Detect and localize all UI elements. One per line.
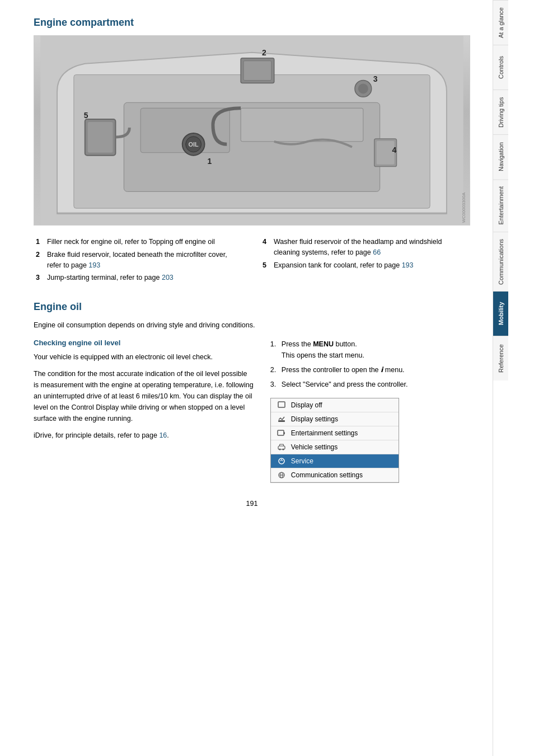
tab-navigation[interactable]: Navigation: [493, 134, 508, 179]
svg-rect-9: [243, 61, 271, 81]
part-num-3: 3: [34, 271, 45, 284]
svg-point-28: [282, 449, 284, 450]
menu-item-communication: Communication settings: [271, 468, 399, 482]
menu-screenshot: Display off Display settings: [270, 398, 399, 483]
service-icon: [277, 457, 287, 465]
svg-rect-22: [278, 402, 285, 407]
svg-point-27: [279, 449, 280, 450]
step-1-num: 1.: [270, 339, 276, 350]
part-num-4: 4: [260, 236, 271, 259]
part-item-4: 4 Washer fluid reservoir of the headlamp…: [260, 236, 470, 259]
menu-service-label: Service: [291, 457, 313, 465]
menu-item-service: Service: [271, 454, 399, 468]
link-193-expansion[interactable]: 193: [402, 261, 414, 269]
engine-oil-intro: Engine oil consumption depends on drivin…: [34, 320, 470, 331]
right-col: 1. Press the MENU button. This opens the…: [270, 339, 470, 483]
page-wrapper: Engine compartment: [0, 0, 534, 756]
engine-compartment-section: Engine compartment: [34, 17, 470, 284]
engine-compartment-title: Engine compartment: [34, 17, 470, 29]
link-193-brake[interactable]: 193: [88, 261, 100, 269]
menu-item-entertainment: Entertainment settings: [271, 426, 399, 440]
link-16-idrive[interactable]: 16: [159, 431, 167, 439]
svg-text:5: 5: [84, 111, 88, 120]
parts-col-right: 4 Washer fluid reservoir of the headlamp…: [260, 236, 470, 284]
step-1-sub: This opens the start menu.: [282, 351, 364, 359]
menu-communication-label: Communication settings: [291, 471, 363, 479]
tab-communications[interactable]: Communications: [493, 232, 508, 292]
parts-list: 1 Filler neck for engine oil, refer to T…: [34, 236, 470, 284]
part-num-5: 5: [260, 259, 271, 272]
link-203-jump[interactable]: 203: [162, 274, 174, 281]
part-item-3: 3 Jump-starting terminal, refer to page …: [34, 271, 243, 284]
svg-text:1: 1: [207, 157, 212, 166]
menu-display-settings-label: Display settings: [291, 415, 338, 423]
part-item-5: 5 Expansion tank for coolant, refer to p…: [260, 259, 470, 272]
svg-point-11: [358, 83, 368, 93]
link-66-washer[interactable]: 66: [373, 248, 381, 256]
step-1: 1. Press the MENU button. This opens the…: [270, 339, 470, 361]
part-desc-2: Brake fluid reservoir, located beneath t…: [45, 248, 243, 272]
menu-vehicle-label: Vehicle settings: [291, 443, 338, 451]
tab-mobility[interactable]: Mobility: [493, 291, 508, 336]
display-off-icon: [277, 401, 287, 409]
menu-entertainment-label: Entertainment settings: [291, 429, 358, 437]
menu-item-vehicle: Vehicle settings: [271, 440, 399, 454]
oil-para-3: iDrive, for principle details, refer to …: [34, 430, 254, 441]
sidebar-tabs: At a glance Controls Driving tips Naviga…: [493, 0, 508, 756]
oil-para-2: The condition for the most accurate indi…: [34, 368, 254, 424]
vehicle-icon: [277, 443, 287, 451]
part-desc-4: Washer fluid reservoir of the headlamp a…: [271, 236, 470, 259]
part-desc-5: Expansion tank for coolant, refer to pag…: [271, 259, 470, 272]
svg-rect-26: [278, 446, 285, 449]
oil-para-1: Your vehicle is equipped with an electro…: [34, 351, 254, 363]
diagram-image-code: WC00003300A: [461, 192, 466, 223]
svg-rect-23: [278, 420, 285, 422]
part-item-1: 1 Filler neck for engine oil, refer to T…: [34, 236, 243, 248]
part-num-1: 1: [34, 236, 45, 248]
svg-text:3: 3: [373, 74, 378, 83]
menu-bold: MENU: [313, 340, 334, 348]
svg-text:2: 2: [262, 48, 266, 57]
diagram-inner: OIL: [34, 36, 470, 225]
menu-display-off-label: Display off: [291, 401, 322, 409]
svg-text:OIL: OIL: [189, 141, 199, 148]
entertainment-icon: [277, 429, 287, 437]
step-3: 3. Select "Service" and press the contro…: [270, 379, 470, 390]
two-col-layout: Checking engine oil level Your vehicle i…: [34, 339, 470, 483]
svg-rect-4: [241, 108, 363, 142]
communication-icon: [277, 471, 287, 479]
steps-list: 1. Press the MENU button. This opens the…: [270, 339, 470, 390]
svg-rect-15: [88, 122, 113, 153]
display-settings-icon: [277, 415, 287, 423]
i-menu-icon: i̇: [381, 366, 383, 374]
part-item-2: 2 Brake fluid reservoir, located beneath…: [34, 248, 243, 272]
engine-oil-section: Engine oil Engine oil consumption depend…: [34, 301, 470, 483]
step-3-num: 3.: [270, 379, 276, 390]
tab-driving-tips[interactable]: Driving tips: [493, 90, 508, 134]
parts-col-left: 1 Filler neck for engine oil, refer to T…: [34, 236, 243, 284]
page-number-container: 191: [34, 500, 470, 508]
tab-controls[interactable]: Controls: [493, 45, 508, 90]
engine-oil-title: Engine oil: [34, 301, 470, 313]
tab-at-a-glance[interactable]: At a glance: [493, 0, 508, 45]
svg-rect-24: [278, 430, 284, 435]
step-2: 2. Press the controller to open the i̇ m…: [270, 364, 470, 375]
part-desc-1: Filler neck for engine oil, refer to Top…: [45, 236, 243, 248]
part-num-2: 2: [34, 248, 45, 272]
tab-entertainment[interactable]: Entertainment: [493, 179, 508, 231]
menu-item-display-settings: Display settings: [271, 412, 399, 426]
svg-text:4: 4: [392, 145, 397, 154]
checking-oil-subtitle: Checking engine oil level: [34, 339, 254, 347]
main-content: Engine compartment: [0, 0, 493, 756]
part-desc-3: Jump-starting terminal, refer to page 20…: [45, 271, 243, 284]
left-col: Checking engine oil level Your vehicle i…: [34, 339, 254, 483]
step-2-num: 2.: [270, 364, 276, 375]
page-number: 191: [246, 500, 258, 508]
menu-item-display-off: Display off: [271, 398, 399, 412]
tab-reference[interactable]: Reference: [493, 336, 508, 381]
engine-diagram: OIL: [34, 35, 470, 226]
engine-illustration: OIL: [34, 36, 470, 225]
